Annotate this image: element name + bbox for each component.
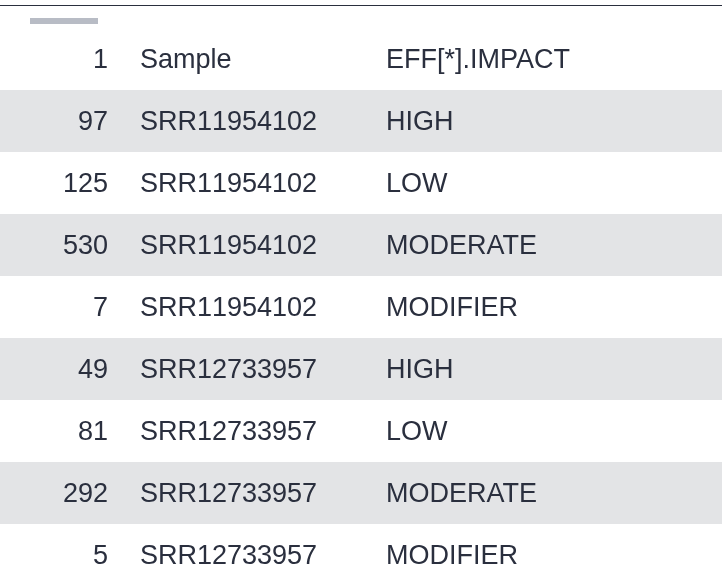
row-impact: HIGH bbox=[382, 106, 704, 137]
table-row: 7 SRR11954102 MODIFIER bbox=[0, 276, 722, 338]
row-impact: MODIFIER bbox=[382, 292, 704, 323]
row-count: 292 bbox=[0, 478, 112, 509]
row-sample: SRR12733957 bbox=[112, 416, 382, 447]
row-count: 530 bbox=[0, 230, 112, 261]
header-sample: Sample bbox=[112, 44, 382, 75]
row-count: 81 bbox=[0, 416, 112, 447]
sort-indicator[interactable] bbox=[30, 18, 98, 24]
row-impact: MODERATE bbox=[382, 478, 704, 509]
row-sample: SRR11954102 bbox=[112, 106, 382, 137]
table-row: 97 SRR11954102 HIGH bbox=[0, 90, 722, 152]
row-sample: SRR11954102 bbox=[112, 292, 382, 323]
row-sample: SRR11954102 bbox=[112, 230, 382, 261]
header-count: 1 bbox=[0, 44, 112, 75]
row-impact: LOW bbox=[382, 416, 704, 447]
table-row: 49 SRR12733957 HIGH bbox=[0, 338, 722, 400]
row-count: 5 bbox=[0, 540, 112, 571]
table-header-row: 1 Sample EFF[*].IMPACT bbox=[0, 28, 722, 90]
header-impact: EFF[*].IMPACT bbox=[382, 44, 704, 75]
data-table: 1 Sample EFF[*].IMPACT 97 SRR11954102 HI… bbox=[0, 28, 722, 586]
row-count: 125 bbox=[0, 168, 112, 199]
row-impact: MODIFIER bbox=[382, 540, 704, 571]
row-impact: LOW bbox=[382, 168, 704, 199]
row-impact: HIGH bbox=[382, 354, 704, 385]
row-count: 7 bbox=[0, 292, 112, 323]
table-row: 81 SRR12733957 LOW bbox=[0, 400, 722, 462]
table-row: 530 SRR11954102 MODERATE bbox=[0, 214, 722, 276]
row-count: 97 bbox=[0, 106, 112, 137]
table-row: 292 SRR12733957 MODERATE bbox=[0, 462, 722, 524]
row-sample: SRR11954102 bbox=[112, 168, 382, 199]
row-count: 49 bbox=[0, 354, 112, 385]
table-row: 5 SRR12733957 MODIFIER bbox=[0, 524, 722, 586]
row-sample: SRR12733957 bbox=[112, 540, 382, 571]
table-row: 125 SRR11954102 LOW bbox=[0, 152, 722, 214]
row-impact: MODERATE bbox=[382, 230, 704, 261]
table-container: 1 Sample EFF[*].IMPACT 97 SRR11954102 HI… bbox=[0, 6, 722, 586]
row-sample: SRR12733957 bbox=[112, 478, 382, 509]
row-sample: SRR12733957 bbox=[112, 354, 382, 385]
